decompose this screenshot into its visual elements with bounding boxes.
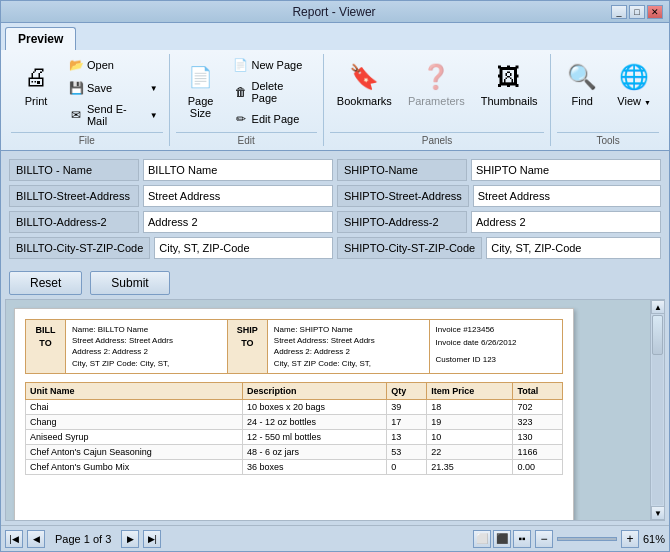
- find-button[interactable]: 🔍 Find: [557, 54, 607, 112]
- save-arrow: ▼: [150, 84, 158, 93]
- page-size-label: PageSize: [188, 95, 214, 119]
- delete-page-icon: 🗑: [233, 84, 249, 100]
- parameters-label: Parameters: [408, 95, 465, 107]
- form-cell-shipto-name: SHIPTO-Name: [337, 159, 661, 181]
- bookmarks-label: Bookmarks: [337, 95, 392, 107]
- report-page: BILL TO Name: BILLTO NameStreet Address:…: [14, 308, 574, 520]
- billto-city-label: BILLTO-City-ST-ZIP-Code: [9, 237, 150, 259]
- scroll-thumb[interactable]: [652, 315, 663, 355]
- delete-page-label: Delete Page: [252, 80, 312, 104]
- buttons-row: Reset Submit: [5, 267, 665, 299]
- thumbnails-label: Thumbnails: [481, 95, 538, 107]
- new-page-button[interactable]: 📄 New Page: [228, 54, 317, 76]
- billto-addr2-input[interactable]: [143, 211, 333, 233]
- scroll-up-button[interactable]: ▲: [651, 300, 665, 314]
- table-row: Chef Anton's Cajun Seasoning48 - 6 oz ja…: [26, 444, 563, 459]
- thumbnails-icon: 🖼: [491, 59, 527, 95]
- form-cell-shipto-addr2: SHIPTO-Address-2: [337, 211, 661, 233]
- shipto-addr2-input[interactable]: [471, 211, 661, 233]
- shipto-street-input[interactable]: [473, 185, 661, 207]
- submit-button[interactable]: Submit: [90, 271, 169, 295]
- view-icon: 🌐: [616, 59, 652, 95]
- facing-view-button[interactable]: ▪▪: [513, 530, 531, 548]
- scroll-track: [652, 315, 663, 505]
- titlebar: Report - Viewer _ □ ✕: [1, 1, 669, 23]
- col-unit-name: Unit Name: [26, 382, 243, 399]
- billto-name-input[interactable]: [143, 159, 333, 181]
- print-button[interactable]: 🖨 Print: [11, 54, 61, 112]
- save-button[interactable]: 💾 Save ▼: [63, 77, 163, 99]
- edit-col: 📄 New Page 🗑 Delete Page ✏ Edit Page: [228, 54, 317, 130]
- print-label: Print: [25, 95, 48, 107]
- thumbnails-button[interactable]: 🖼 Thumbnails: [474, 54, 545, 112]
- report-scroll[interactable]: BILL TO Name: BILLTO NameStreet Address:…: [6, 300, 650, 520]
- new-page-icon: 📄: [233, 57, 249, 73]
- reset-button[interactable]: Reset: [9, 271, 82, 295]
- zoom-slider[interactable]: [557, 537, 617, 541]
- billto-street-input[interactable]: [143, 185, 333, 207]
- bookmarks-button[interactable]: 🔖 Bookmarks: [330, 54, 399, 112]
- email-label: Send E-Mail: [87, 103, 147, 127]
- prev-page-button[interactable]: ◀: [27, 530, 45, 548]
- parameters-button[interactable]: ❓ Parameters: [401, 54, 472, 112]
- print-icon: 🖨: [18, 59, 54, 95]
- shipto-city-input[interactable]: [486, 237, 661, 259]
- parameters-icon: ❓: [418, 59, 454, 95]
- shipto-name-label: SHIPTO-Name: [337, 159, 467, 181]
- single-page-view-button[interactable]: ⬜: [473, 530, 491, 548]
- bookmarks-icon: 🔖: [346, 59, 382, 95]
- maximize-button[interactable]: □: [629, 5, 645, 19]
- page-info: Page 1 of 3: [49, 533, 117, 545]
- report-area: BILL TO Name: BILLTO NameStreet Address:…: [5, 299, 665, 521]
- email-icon: ✉: [68, 107, 84, 123]
- scroll-down-button[interactable]: ▼: [651, 506, 665, 520]
- table-row: Chai10 boxes x 20 bags3918702: [26, 399, 563, 414]
- view-label: View ▼: [617, 95, 651, 107]
- vertical-scrollbar[interactable]: ▲ ▼: [650, 300, 664, 520]
- view-arrow: ▼: [644, 99, 651, 106]
- billto-city-input[interactable]: [154, 237, 333, 259]
- edit-page-button[interactable]: ✏ Edit Page: [228, 108, 317, 130]
- ribbon: 🖨 Print 📂 Open 💾 Save ▼ ✉ Send: [1, 50, 669, 151]
- form-grid: BILLTO - Name SHIPTO-Name BILLTO-Street-…: [5, 155, 665, 267]
- edit-page-icon: ✏: [233, 111, 249, 127]
- customer-id: Customer ID 123: [436, 354, 556, 367]
- form-cell-billto-street: BILLTO-Street-Address: [9, 185, 333, 207]
- ribbon-group-panels: 🔖 Bookmarks ❓ Parameters 🖼 Thumbnails Pa…: [324, 54, 551, 146]
- edit-group-items: 📄 PageSize 📄 New Page 🗑 Delete Page ✏ Ed…: [176, 54, 317, 130]
- last-page-button[interactable]: ▶|: [143, 530, 161, 548]
- open-label: Open: [87, 59, 114, 71]
- email-arrow: ▼: [150, 111, 158, 120]
- first-page-button[interactable]: |◀: [5, 530, 23, 548]
- invoice-info: Invoice #123456 Invoice date 6/26/2012 C…: [429, 320, 562, 374]
- form-cell-billto-addr2: BILLTO-Address-2: [9, 211, 333, 233]
- page-size-button[interactable]: 📄 PageSize: [176, 54, 226, 124]
- shipto-name-input[interactable]: [471, 159, 661, 181]
- col-qty: Qty: [387, 382, 427, 399]
- minimize-button[interactable]: _: [611, 5, 627, 19]
- window: Report - Viewer _ □ ✕ Preview 🖨 Print 📂 …: [0, 0, 670, 552]
- tab-preview[interactable]: Preview: [5, 27, 76, 50]
- zoom-out-button[interactable]: −: [535, 530, 553, 548]
- delete-page-button[interactable]: 🗑 Delete Page: [228, 77, 317, 107]
- next-page-button[interactable]: ▶: [121, 530, 139, 548]
- tools-group-label: Tools: [557, 132, 659, 146]
- data-table: Unit Name Description Qty Item Price Tot…: [25, 382, 563, 475]
- send-email-button[interactable]: ✉ Send E-Mail ▼: [63, 100, 163, 130]
- page-size-icon: 📄: [183, 59, 219, 95]
- continuous-view-button[interactable]: ⬛: [493, 530, 511, 548]
- shipto-street-label: SHIPTO-Street-Address: [337, 185, 469, 207]
- bill-ship-table: BILL TO Name: BILLTO NameStreet Address:…: [25, 319, 563, 374]
- open-icon: 📂: [68, 57, 84, 73]
- ribbon-group-file: 🖨 Print 📂 Open 💾 Save ▼ ✉ Send: [5, 54, 170, 146]
- form-row-0: BILLTO - Name SHIPTO-Name: [9, 159, 661, 181]
- view-button[interactable]: 🌐 View ▼: [609, 54, 659, 112]
- panels-group-label: Panels: [330, 132, 544, 146]
- open-button[interactable]: 📂 Open: [63, 54, 163, 76]
- ship-to-header: SHIP TO: [227, 320, 267, 374]
- close-button[interactable]: ✕: [647, 5, 663, 19]
- shipto-city-label: SHIPTO-City-ST-ZIP-Code: [337, 237, 482, 259]
- form-row-1: BILLTO-Street-Address SHIPTO-Street-Addr…: [9, 185, 661, 207]
- zoom-in-button[interactable]: +: [621, 530, 639, 548]
- bill-to-header: BILL TO: [26, 320, 66, 374]
